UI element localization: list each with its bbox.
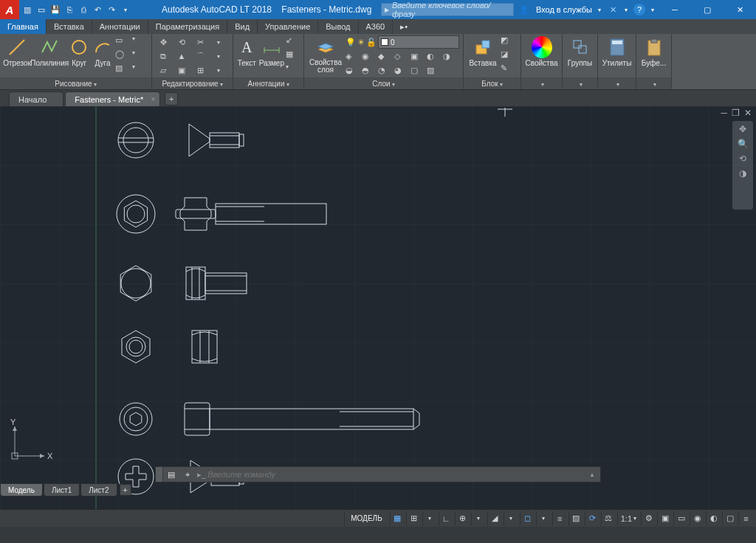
rectangle-icon[interactable]: ▭: [115, 35, 131, 49]
lt5[interactable]: ▣: [410, 52, 425, 61]
doc-tab-active[interactable]: Fasteners - Metric*×: [65, 91, 160, 106]
layer-props-button[interactable]: Свойства слоя: [307, 35, 344, 77]
status-ortho-icon[interactable]: ∟: [439, 511, 453, 526]
layout-tab-sheet2[interactable]: Лист2: [80, 483, 117, 497]
status-dd1[interactable]: ▾: [422, 511, 437, 526]
leader-icon[interactable]: ↙: [286, 35, 300, 49]
circle-button[interactable]: Круг: [68, 35, 90, 77]
command-input[interactable]: [207, 470, 584, 479]
insert-block-button[interactable]: Вставка: [467, 35, 499, 77]
lt12[interactable]: ▢: [410, 66, 425, 75]
qat-save-icon[interactable]: 💾: [49, 3, 62, 16]
tab-view[interactable]: Вид: [227, 19, 258, 34]
mirror-icon[interactable]: ▲: [173, 49, 190, 63]
lt6[interactable]: ◐: [427, 52, 441, 61]
status-scale-button[interactable]: 1:1▾: [617, 511, 639, 526]
table-icon[interactable]: ▦: [286, 49, 300, 63]
window-maximize-button[interactable]: ▢: [691, 0, 724, 19]
vp-restore-icon[interactable]: ❐: [732, 108, 740, 118]
lt13[interactable]: ▨: [427, 66, 441, 75]
exchange-dropdown-icon[interactable]: ▾: [625, 7, 628, 13]
doc-tab-start[interactable]: Начало: [9, 91, 63, 106]
status-gear-icon[interactable]: ⚙: [641, 511, 656, 526]
panel-layers-caption[interactable]: Слои: [372, 80, 394, 88]
panel-annot-caption[interactable]: Аннотации: [248, 80, 289, 88]
draw-dd3-icon[interactable]: ▾: [132, 63, 148, 77]
array-icon[interactable]: ⊞: [192, 63, 208, 77]
status-snap-icon[interactable]: ⊞: [406, 511, 421, 526]
draw-dd1-icon[interactable]: ▾: [132, 35, 148, 49]
navigation-bar[interactable]: ✥ 🔍 ⟲ ◑: [732, 121, 753, 210]
polyline-button[interactable]: Полилиния: [32, 35, 66, 77]
qat-undo-icon[interactable]: ↶: [91, 3, 104, 16]
qat-plot-icon[interactable]: ⎙: [77, 3, 90, 16]
line-button[interactable]: Отрезок: [3, 35, 31, 77]
help-search-input[interactable]: Введите ключевое слово/фразу: [381, 3, 514, 16]
window-close-button[interactable]: ✕: [724, 0, 756, 19]
layout-tab-model[interactable]: Модель: [0, 483, 43, 497]
layout-add-button[interactable]: +: [120, 484, 131, 496]
properties-button[interactable]: Свойства: [524, 35, 559, 77]
panel-block-caption[interactable]: Блок: [481, 80, 502, 88]
utilities-button[interactable]: Утилиты: [601, 35, 633, 77]
tab-expand[interactable]: ▸•: [393, 19, 415, 34]
tab-a360[interactable]: A360: [359, 19, 394, 34]
vp-close-icon[interactable]: ✕: [744, 108, 752, 118]
dimension-button[interactable]: Размер: [259, 35, 284, 77]
lt11[interactable]: ◕: [394, 66, 409, 75]
tab-annotate[interactable]: Аннотации: [92, 19, 148, 34]
command-line[interactable]: ▤ ⌖ ▸_ ▲: [155, 466, 601, 483]
tab-insert[interactable]: Вставка: [47, 19, 92, 34]
layer-combo[interactable]: 0: [378, 35, 459, 49]
status-monitor-icon[interactable]: ▣: [657, 511, 672, 526]
app-logo[interactable]: A: [0, 0, 19, 19]
status-grid-icon[interactable]: ▦: [390, 511, 405, 526]
panel-props-caption[interactable]: [540, 80, 544, 88]
draw-dd2-icon[interactable]: ▾: [132, 49, 148, 63]
annot-dd[interactable]: ▾: [286, 63, 300, 77]
signin-label[interactable]: Вход в службы: [536, 5, 592, 14]
layout-tab-sheet1[interactable]: Лист1: [44, 483, 80, 497]
status-annoscale-icon[interactable]: ⚖: [601, 511, 616, 526]
help-dropdown-icon[interactable]: ▾: [651, 7, 654, 13]
lt9[interactable]: ◓: [362, 66, 377, 75]
status-clean-icon[interactable]: ▢: [722, 511, 737, 526]
doc-tab-add-button[interactable]: +: [165, 92, 178, 106]
status-dd2[interactable]: ▾: [471, 511, 486, 526]
mod-dd1[interactable]: ▾: [210, 35, 227, 49]
nav-wheel-icon[interactable]: ◑: [739, 168, 746, 179]
panel-modify-caption[interactable]: Редактирование: [162, 80, 222, 88]
status-model-button[interactable]: МОДЕЛЬ: [344, 511, 388, 526]
lt8[interactable]: ◒: [346, 66, 360, 75]
exchange-icon[interactable]: ✕: [607, 4, 619, 15]
nav-orbit-icon[interactable]: ⟲: [739, 153, 746, 164]
trim-icon[interactable]: ✂: [192, 35, 208, 49]
cmdline-recent-icon[interactable]: ▲: [584, 471, 600, 478]
signin-dropdown-icon[interactable]: ▾: [598, 7, 601, 13]
hatch-icon[interactable]: ▨: [115, 63, 131, 77]
arc-button[interactable]: Дуга: [92, 35, 114, 77]
qat-redo-icon[interactable]: ↷: [105, 3, 118, 16]
status-osnap-icon[interactable]: ◻: [520, 511, 535, 526]
layer-bulb-icon[interactable]: 💡: [346, 38, 356, 47]
panel-clip-caption[interactable]: [652, 80, 656, 88]
lt4[interactable]: ◇: [394, 52, 409, 61]
lt1[interactable]: ◈: [346, 52, 360, 61]
lt7[interactable]: ◑: [443, 52, 458, 61]
signin-icon[interactable]: 👤: [518, 4, 530, 15]
fillet-icon[interactable]: ⌒: [192, 49, 208, 63]
qat-new-icon[interactable]: ▥: [21, 3, 34, 16]
tab-home[interactable]: Главная: [0, 19, 47, 34]
vp-minimize-icon[interactable]: ─: [721, 108, 727, 118]
qat-saveas-icon[interactable]: ⎘: [63, 3, 76, 16]
status-iso-icon[interactable]: ◢: [487, 511, 502, 526]
status-lweight-icon[interactable]: ≡: [552, 511, 567, 526]
status-custom-icon[interactable]: ≡: [738, 511, 753, 526]
layer-lock-icon[interactable]: 🔓: [366, 38, 377, 47]
ellipse-icon[interactable]: ◯: [115, 49, 131, 63]
panel-draw-caption[interactable]: Рисование: [55, 80, 96, 88]
edit-attr-icon[interactable]: ✎: [501, 63, 517, 77]
cmdline-customize-icon[interactable]: ▤: [163, 470, 179, 480]
copy-icon[interactable]: ⧉: [155, 49, 171, 63]
nav-zoom-icon[interactable]: 🔍: [738, 139, 749, 149]
